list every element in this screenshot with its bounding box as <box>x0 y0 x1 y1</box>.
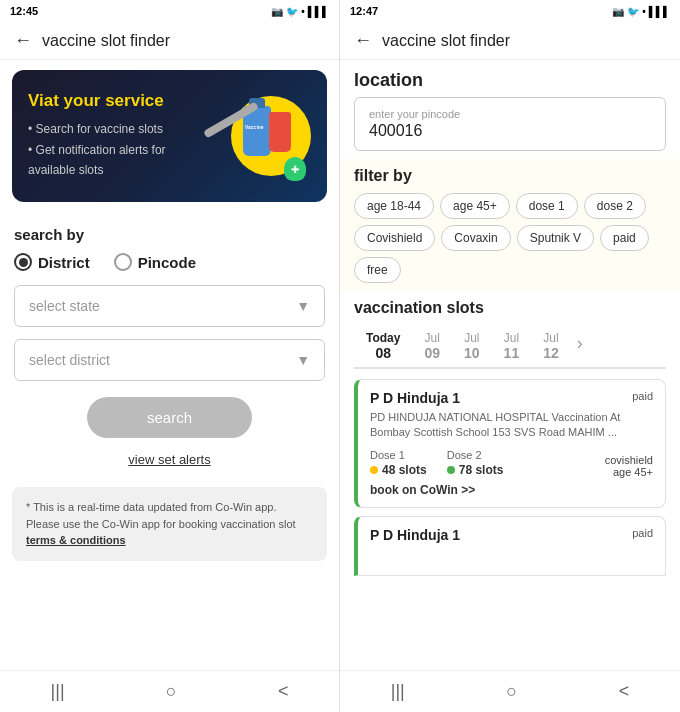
dose-info-1: Dose 1 48 slots Dose 2 78 slots <box>370 449 503 477</box>
status-bar-right: 12:47 📷 🐦 • ▌▌▌ <box>340 0 680 22</box>
tab-jul09[interactable]: Jul 09 <box>412 325 452 367</box>
dot-green-1 <box>447 466 455 474</box>
book-link-1[interactable]: book on CoWin >> <box>370 483 653 497</box>
nav-home-icon-left[interactable]: ○ <box>166 681 177 702</box>
dose2-count-1: 78 slots <box>447 463 504 477</box>
chip-age-18-44[interactable]: age 18-44 <box>354 193 434 219</box>
dot-icon-r: • <box>642 6 646 17</box>
chip-dose2[interactable]: dose 2 <box>584 193 646 219</box>
tab-more[interactable]: › <box>571 325 589 367</box>
slots-section: vaccination slots Today 08 Jul 09 Jul 10… <box>340 291 680 670</box>
pincode-input-box[interactable]: enter your pincode 400016 <box>354 97 666 151</box>
chip-sputnikv[interactable]: Sputnik V <box>517 225 594 251</box>
nav-back-icon-left[interactable]: < <box>278 681 289 702</box>
tab-today[interactable]: Today 08 <box>354 325 412 369</box>
tab-jul11[interactable]: Jul 11 <box>492 325 532 367</box>
tab-jul12-date: 12 <box>543 345 559 361</box>
nav-home-icon-right[interactable]: ○ <box>506 681 517 702</box>
hero-image: ✚ <box>211 86 311 186</box>
disclaimer: * This is a real-time data updated from … <box>12 487 327 561</box>
hero-bullets: Search for vaccine slots Get notificatio… <box>28 119 211 180</box>
dot-yellow-1 <box>370 466 378 474</box>
tab-jul11-date: 11 <box>504 345 520 361</box>
dot-icon: • <box>301 6 305 17</box>
chip-age-45plus[interactable]: age 45+ <box>440 193 510 219</box>
nav-back-icon-right[interactable]: < <box>619 681 630 702</box>
tab-today-label: Today <box>366 331 400 345</box>
tab-jul10-date: 10 <box>464 345 480 361</box>
dose1-count-1: 48 slots <box>370 463 427 477</box>
slot-card-2: P D Hinduja 1 paid <box>354 516 666 576</box>
radio-district-label: District <box>38 254 90 271</box>
hero-bullet-2: Get notification alerts for available sl… <box>28 140 211 181</box>
dose2-label-1: Dose 2 <box>447 449 504 461</box>
district-dropdown[interactable]: select district ▼ <box>14 339 325 381</box>
disclaimer-text: * This is a real-time data updated from … <box>26 501 296 530</box>
age-label-1: age 45+ <box>605 466 653 478</box>
filter-label: filter by <box>354 167 666 185</box>
vaccine-label-1: covishield <box>605 454 653 466</box>
tab-jul09-date: 09 <box>424 345 440 361</box>
tab-jul12[interactable]: Jul 12 <box>531 325 571 367</box>
hero-bullet-1: Search for vaccine slots <box>28 119 211 139</box>
tab-jul10[interactable]: Jul 10 <box>452 325 492 367</box>
signal-icon: ▌▌▌ <box>308 6 329 17</box>
hero-text: Viat your service Search for vaccine slo… <box>28 91 211 180</box>
tab-jul10-label: Jul <box>464 331 480 345</box>
hospital-name-2: P D Hinduja 1 <box>370 527 460 543</box>
chip-covaxin[interactable]: Covaxin <box>441 225 510 251</box>
terms-link[interactable]: terms & conditions <box>26 534 126 546</box>
chip-free[interactable]: free <box>354 257 401 283</box>
tab-jul11-label: Jul <box>504 331 520 345</box>
back-button-left[interactable]: ← <box>14 30 32 51</box>
radio-pincode[interactable]: Pincode <box>114 253 196 271</box>
back-button-right[interactable]: ← <box>354 30 372 51</box>
chip-paid[interactable]: paid <box>600 225 649 251</box>
hero-title-vi: Vi <box>28 91 44 110</box>
time-right: 12:47 <box>350 5 378 17</box>
radio-district-circle[interactable] <box>14 253 32 271</box>
pincode-placeholder: enter your pincode <box>369 108 651 120</box>
hero-title-suffix: at your service <box>44 91 164 110</box>
dose1-label-1: Dose 1 <box>370 449 427 461</box>
photo-icon-r: 📷 <box>612 6 624 17</box>
twitter-icon: 🐦 <box>286 6 298 17</box>
hero-title: Viat your service <box>28 91 211 111</box>
volt-icon-r: ▌▌▌ <box>649 6 670 17</box>
filter-chips: age 18-44 age 45+ dose 1 dose 2 Covishie… <box>354 193 666 283</box>
page-title-right: vaccine slot finder <box>382 32 510 50</box>
radio-pincode-circle[interactable] <box>114 253 132 271</box>
dose1-slots-1: 48 slots <box>382 463 427 477</box>
header-left: ← vaccine slot finder <box>0 22 339 60</box>
state-dropdown[interactable]: select state ▼ <box>14 285 325 327</box>
tab-today-date: 08 <box>366 345 400 361</box>
dropdown-arrow-district: ▼ <box>296 352 310 368</box>
radio-pincode-label: Pincode <box>138 254 196 271</box>
page-title-left: vaccine slot finder <box>42 32 170 50</box>
nav-menu-icon-left[interactable]: ||| <box>51 681 65 702</box>
location-label: location <box>354 70 666 91</box>
nav-menu-icon-right[interactable]: ||| <box>391 681 405 702</box>
tab-jul09-label: Jul <box>424 331 440 345</box>
filter-section: filter by age 18-44 age 45+ dose 1 dose … <box>340 159 680 291</box>
dropdown-arrow-state: ▼ <box>296 298 310 314</box>
hospital-address-1: PD HINDUJA NATIONAL HOSPITAL Vaccination… <box>370 410 653 441</box>
chip-dose1[interactable]: dose 1 <box>516 193 578 219</box>
state-placeholder: select state <box>29 298 100 314</box>
search-button[interactable]: search <box>87 397 252 438</box>
radio-group: District Pincode <box>14 253 325 271</box>
hospital-name-1: P D Hinduja 1 <box>370 390 460 406</box>
shield-icon: ✚ <box>284 157 306 181</box>
status-bar-left: 12:45 📷 🐦 • ▌▌▌ <box>0 0 339 22</box>
slot-card-1: P D Hinduja 1 paid PD HINDUJA NATIONAL H… <box>354 379 666 508</box>
chip-covishield[interactable]: Covishield <box>354 225 435 251</box>
dose1-item-1: Dose 1 48 slots <box>370 449 427 477</box>
search-by-section: search by District Pincode select state … <box>0 212 339 393</box>
radio-district[interactable]: District <box>14 253 90 271</box>
view-alerts-link[interactable]: view set alerts <box>128 452 210 467</box>
card-header-2: P D Hinduja 1 paid <box>370 527 653 543</box>
bottom-nav-right: ||| ○ < <box>340 670 680 712</box>
dose2-slots-1: 78 slots <box>459 463 504 477</box>
pincode-value: 400016 <box>369 122 651 140</box>
bottom-nav-left: ||| ○ < <box>0 670 339 712</box>
